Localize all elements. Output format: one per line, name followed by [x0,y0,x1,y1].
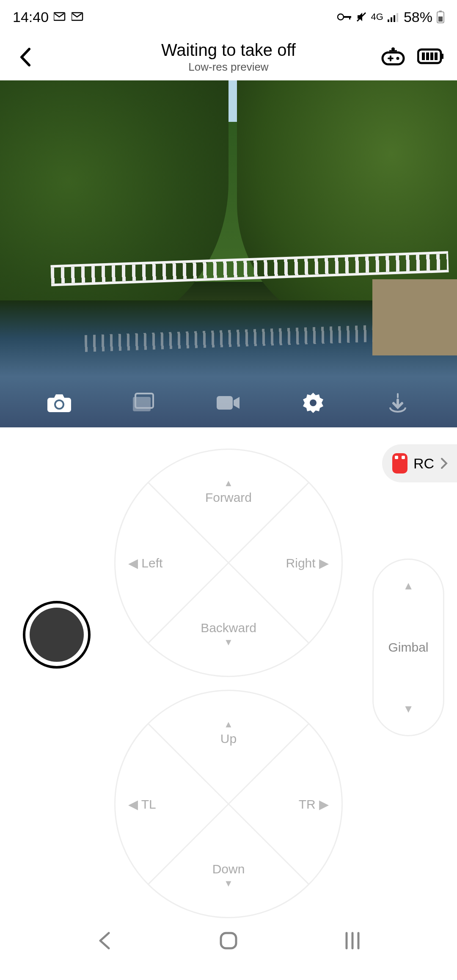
network-type: 4G [371,12,383,22]
svg-rect-11 [439,11,442,12]
svg-rect-6 [388,19,389,22]
signal-icon [388,12,399,22]
controller-icon[interactable] [381,47,405,68]
camera-preview[interactable] [0,80,457,427]
svg-rect-27 [133,397,151,411]
backward-control[interactable]: Backward ▼ [195,621,262,648]
gimbal-label: Gimbal [388,640,428,655]
triangle-up-icon-2: ▲ [195,719,262,730]
svg-rect-7 [391,17,392,22]
triangle-right-icon: ▶ [319,556,329,570]
svg-rect-22 [426,52,429,60]
forward-control[interactable]: ▲ Forward [195,478,262,505]
svg-rect-9 [396,13,398,22]
left-control[interactable]: ◀ Left [128,556,162,570]
triangle-down-icon-2: ▼ [195,878,262,889]
svg-rect-12 [438,17,443,22]
turn-left-control[interactable]: ◀ TL [128,797,156,812]
gimbal-control[interactable]: ▲ Gimbal ▼ [372,559,444,736]
direction-joystick[interactable]: ▲ Forward Backward ▼ ◀ Left Right ▶ [114,449,343,677]
preview-toolbar [0,386,457,420]
page-title: Waiting to take off [161,41,296,60]
svg-rect-36 [221,933,236,948]
mute-icon [356,11,367,22]
photo-mode-button[interactable] [47,390,72,416]
page-subtitle: Low-res preview [161,61,296,74]
altitude-joystick[interactable]: ▲ Up Down ▼ ◀ TL TR ▶ [114,690,343,918]
chevron-right-icon [440,457,449,470]
svg-rect-28 [217,396,233,410]
svg-point-29 [310,399,317,406]
nav-home-button[interactable] [212,924,245,958]
svg-rect-8 [394,15,395,22]
triangle-left-icon: ◀ [128,556,138,570]
battery-icon [437,11,444,23]
gallery-button[interactable] [131,390,157,416]
mail-icon-2 [72,12,84,22]
control-panel: RC ▲ Forward Backward ▼ ◀ Left Right ▶ ▲ [0,427,457,901]
drone-battery-icon[interactable] [417,48,444,66]
rc-controller-icon [392,453,407,473]
mail-icon [54,12,66,22]
triangle-down-icon: ▼ [195,637,262,648]
right-control[interactable]: Right ▶ [286,556,329,570]
status-time: 14:40 [13,9,49,25]
back-button[interactable] [13,44,38,70]
rc-mode-button[interactable]: RC [382,444,457,482]
svg-rect-24 [435,52,438,60]
nav-recents-button[interactable] [336,924,369,958]
gimbal-up-icon[interactable]: ▲ [403,579,414,592]
gimbal-down-icon[interactable]: ▼ [403,702,414,716]
svg-rect-21 [422,52,425,60]
nav-back-button[interactable] [88,924,121,958]
down-control[interactable]: Down ▼ [195,862,262,889]
download-button[interactable] [385,390,410,416]
settings-button[interactable] [300,390,326,416]
turn-right-control[interactable]: TR ▶ [299,797,329,812]
app-header: Waiting to take off Low-res preview [0,34,457,80]
shutter-button[interactable] [23,601,91,669]
battery-percent: 58% [404,9,432,25]
svg-rect-23 [430,52,433,60]
up-control[interactable]: ▲ Up [195,719,262,746]
svg-point-18 [396,57,399,60]
rc-label: RC [413,455,434,472]
triangle-up-icon: ▲ [195,478,262,489]
svg-point-2 [338,14,344,20]
status-bar: 14:40 4G 58% [0,0,457,34]
svg-rect-20 [441,54,443,59]
triangle-left-icon-2: ◀ [128,797,138,811]
svg-rect-4 [349,16,350,19]
video-mode-button[interactable] [216,390,241,416]
vpn-key-icon [337,13,352,21]
triangle-right-icon-2: ▶ [319,797,329,811]
